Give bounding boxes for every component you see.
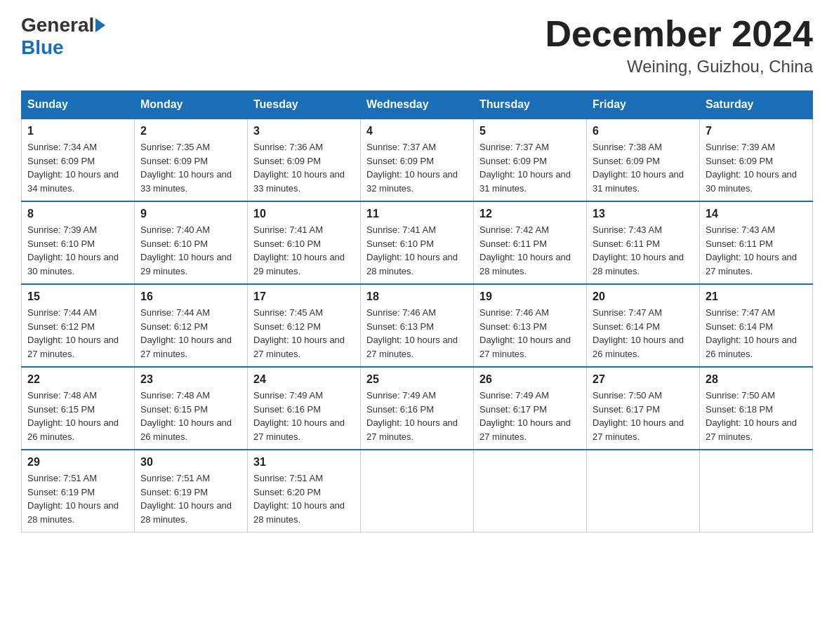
calendar-day-cell: 16 Sunrise: 7:44 AMSunset: 6:12 PMDaylig… [135,284,248,367]
calendar-day-cell: 21 Sunrise: 7:47 AMSunset: 6:14 PMDaylig… [700,284,813,367]
calendar-day-cell: 26 Sunrise: 7:49 AMSunset: 6:17 PMDaylig… [474,367,587,450]
logo-general-text: General [21,14,94,36]
day-number: 22 [27,373,128,386]
calendar-day-cell [587,450,700,532]
day-info: Sunrise: 7:37 AMSunset: 6:09 PMDaylight:… [479,140,581,195]
calendar-day-cell: 10 Sunrise: 7:41 AMSunset: 6:10 PMDaylig… [248,201,361,284]
calendar-week-row: 22 Sunrise: 7:48 AMSunset: 6:15 PMDaylig… [22,367,813,450]
day-info: Sunrise: 7:50 AMSunset: 6:17 PMDaylight:… [593,389,694,443]
day-number: 6 [593,125,694,137]
day-info: Sunrise: 7:47 AMSunset: 6:14 PMDaylight:… [706,306,807,361]
day-info: Sunrise: 7:48 AMSunset: 6:15 PMDaylight:… [140,389,241,443]
day-number: 2 [140,125,241,137]
day-info: Sunrise: 7:48 AMSunset: 6:15 PMDaylight:… [27,389,128,443]
day-info: Sunrise: 7:49 AMSunset: 6:17 PMDaylight:… [479,389,581,443]
logo-arrow-icon [95,18,105,32]
column-header-thursday: Thursday [474,91,587,119]
calendar-day-cell: 7 Sunrise: 7:39 AMSunset: 6:09 PMDayligh… [700,119,813,201]
day-info: Sunrise: 7:41 AMSunset: 6:10 PMDaylight:… [366,223,468,278]
column-header-friday: Friday [587,91,700,119]
day-info: Sunrise: 7:42 AMSunset: 6:11 PMDaylight:… [479,223,581,278]
column-header-saturday: Saturday [700,91,813,119]
calendar-day-cell: 2 Sunrise: 7:35 AMSunset: 6:09 PMDayligh… [135,119,248,201]
day-number: 29 [27,456,128,469]
logo-blue-text: Blue [21,36,64,59]
day-info: Sunrise: 7:51 AMSunset: 6:19 PMDaylight:… [140,471,241,526]
calendar-table: SundayMondayTuesdayWednesdayThursdayFrid… [21,90,813,532]
calendar-day-cell: 29 Sunrise: 7:51 AMSunset: 6:19 PMDaylig… [22,450,135,532]
calendar-header-row: SundayMondayTuesdayWednesdayThursdayFrid… [22,91,813,119]
calendar-day-cell: 5 Sunrise: 7:37 AMSunset: 6:09 PMDayligh… [474,119,587,201]
calendar-day-cell: 22 Sunrise: 7:48 AMSunset: 6:15 PMDaylig… [22,367,135,450]
day-info: Sunrise: 7:43 AMSunset: 6:11 PMDaylight:… [706,223,807,278]
day-info: Sunrise: 7:34 AMSunset: 6:09 PMDaylight:… [27,140,128,195]
calendar-day-cell [474,450,587,532]
day-number: 14 [706,208,807,220]
location-title: Weining, Guizhou, China [545,57,813,76]
title-section: December 2024 Weining, Guizhou, China [545,14,813,76]
calendar-day-cell: 12 Sunrise: 7:42 AMSunset: 6:11 PMDaylig… [474,201,587,284]
day-number: 19 [479,290,581,303]
day-number: 28 [706,373,807,386]
day-number: 18 [366,290,468,303]
day-number: 17 [253,290,355,303]
day-info: Sunrise: 7:47 AMSunset: 6:14 PMDaylight:… [593,306,694,361]
day-info: Sunrise: 7:50 AMSunset: 6:18 PMDaylight:… [706,389,807,443]
calendar-day-cell: 1 Sunrise: 7:34 AMSunset: 6:09 PMDayligh… [22,119,135,201]
calendar-day-cell: 31 Sunrise: 7:51 AMSunset: 6:20 PMDaylig… [248,450,361,532]
calendar-day-cell: 24 Sunrise: 7:49 AMSunset: 6:16 PMDaylig… [248,367,361,450]
day-info: Sunrise: 7:36 AMSunset: 6:09 PMDaylight:… [253,140,355,195]
day-number: 11 [366,208,468,220]
day-number: 31 [253,456,355,469]
day-number: 9 [140,208,241,220]
day-info: Sunrise: 7:51 AMSunset: 6:19 PMDaylight:… [27,471,128,526]
calendar-day-cell: 27 Sunrise: 7:50 AMSunset: 6:17 PMDaylig… [587,367,700,450]
calendar-day-cell: 20 Sunrise: 7:47 AMSunset: 6:14 PMDaylig… [587,284,700,367]
day-info: Sunrise: 7:45 AMSunset: 6:12 PMDaylight:… [253,306,355,361]
day-number: 25 [366,373,468,386]
day-number: 27 [593,373,694,386]
day-number: 10 [253,208,355,220]
day-number: 23 [140,373,241,386]
calendar-day-cell: 9 Sunrise: 7:40 AMSunset: 6:10 PMDayligh… [135,201,248,284]
calendar-day-cell: 25 Sunrise: 7:49 AMSunset: 6:16 PMDaylig… [361,367,474,450]
calendar-day-cell: 3 Sunrise: 7:36 AMSunset: 6:09 PMDayligh… [248,119,361,201]
day-number: 16 [140,290,241,303]
logo: General Blue [21,14,107,59]
month-title: December 2024 [545,14,813,54]
calendar-day-cell: 8 Sunrise: 7:39 AMSunset: 6:10 PMDayligh… [22,201,135,284]
day-number: 5 [479,125,581,137]
day-number: 8 [27,208,128,220]
calendar-day-cell: 6 Sunrise: 7:38 AMSunset: 6:09 PMDayligh… [587,119,700,201]
day-info: Sunrise: 7:51 AMSunset: 6:20 PMDaylight:… [253,471,355,526]
day-info: Sunrise: 7:40 AMSunset: 6:10 PMDaylight:… [140,223,241,278]
day-number: 21 [706,290,807,303]
day-info: Sunrise: 7:37 AMSunset: 6:09 PMDaylight:… [366,140,468,195]
calendar-day-cell: 14 Sunrise: 7:43 AMSunset: 6:11 PMDaylig… [700,201,813,284]
calendar-day-cell: 4 Sunrise: 7:37 AMSunset: 6:09 PMDayligh… [361,119,474,201]
calendar-day-cell: 30 Sunrise: 7:51 AMSunset: 6:19 PMDaylig… [135,450,248,532]
day-number: 4 [366,125,468,137]
column-header-sunday: Sunday [22,91,135,119]
column-header-tuesday: Tuesday [248,91,361,119]
day-number: 1 [27,125,128,137]
calendar-day-cell [361,450,474,532]
day-info: Sunrise: 7:39 AMSunset: 6:10 PMDaylight:… [27,223,128,278]
column-header-monday: Monday [135,91,248,119]
day-info: Sunrise: 7:44 AMSunset: 6:12 PMDaylight:… [140,306,241,361]
day-info: Sunrise: 7:38 AMSunset: 6:09 PMDaylight:… [593,140,694,195]
day-number: 15 [27,290,128,303]
day-info: Sunrise: 7:39 AMSunset: 6:09 PMDaylight:… [706,140,807,195]
calendar-day-cell: 13 Sunrise: 7:43 AMSunset: 6:11 PMDaylig… [587,201,700,284]
day-number: 12 [479,208,581,220]
day-info: Sunrise: 7:49 AMSunset: 6:16 PMDaylight:… [253,389,355,443]
day-number: 13 [593,208,694,220]
day-info: Sunrise: 7:44 AMSunset: 6:12 PMDaylight:… [27,306,128,361]
day-number: 3 [253,125,355,137]
calendar-day-cell: 19 Sunrise: 7:46 AMSunset: 6:13 PMDaylig… [474,284,587,367]
day-info: Sunrise: 7:41 AMSunset: 6:10 PMDaylight:… [253,223,355,278]
day-info: Sunrise: 7:35 AMSunset: 6:09 PMDaylight:… [140,140,241,195]
calendar-week-row: 29 Sunrise: 7:51 AMSunset: 6:19 PMDaylig… [22,450,813,532]
day-info: Sunrise: 7:49 AMSunset: 6:16 PMDaylight:… [366,389,468,443]
day-info: Sunrise: 7:46 AMSunset: 6:13 PMDaylight:… [479,306,581,361]
